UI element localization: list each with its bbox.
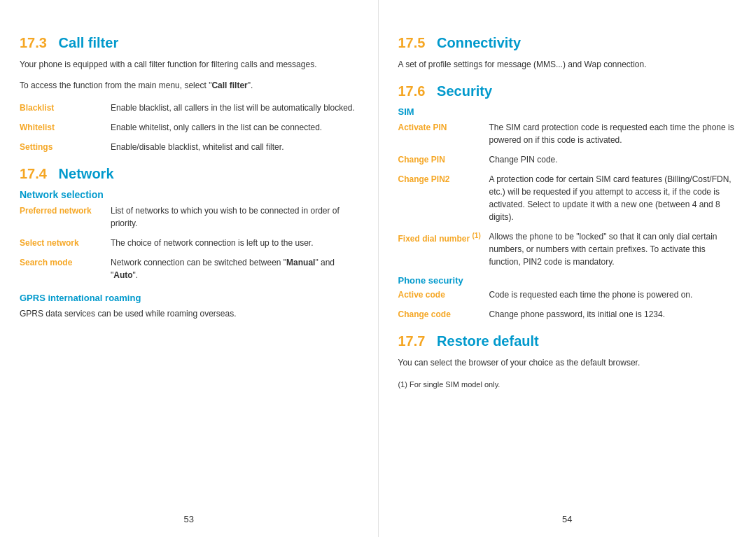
term-preferred-network-def: List of networks to which you wish to be… bbox=[111, 204, 358, 230]
section-17-5-number: 17.5 bbox=[398, 35, 426, 50]
term-settings-label: Settings bbox=[20, 141, 111, 153]
term-activate-pin-def: The SIM card protection code is requeste… bbox=[489, 121, 737, 146]
term-active-code-def: Code is requested each time the phone is… bbox=[489, 288, 737, 301]
term-change-code-label: Change code bbox=[398, 308, 489, 321]
section-17-3-number: 17.3 bbox=[20, 35, 47, 50]
term-active-code-label: Active code bbox=[398, 288, 489, 301]
section-17-4: 17.4 Network Network selection Preferred… bbox=[20, 166, 358, 320]
section-17-3-callout: To access the function from the main men… bbox=[20, 79, 358, 92]
term-select-network-label: Select network bbox=[20, 237, 111, 249]
page: 17.3 Call filter Your phone is equipped … bbox=[0, 0, 756, 537]
term-change-pin-def: Change PIN code. bbox=[489, 153, 737, 166]
section-17-4-label: Network bbox=[59, 166, 114, 181]
term-change-pin2-label: Change PIN2 bbox=[398, 173, 489, 223]
term-select-network-def: The choice of network connection is left… bbox=[111, 237, 358, 249]
section-17-7-label: Restore default bbox=[437, 333, 539, 349]
gprs-desc: GPRS data services can be used while roa… bbox=[20, 307, 358, 320]
page-number-right: 54 bbox=[562, 514, 572, 524]
term-whitelist-label: Whitelist bbox=[20, 121, 111, 134]
term-blacklist: Blacklist Enable blacklist, all callers … bbox=[20, 102, 358, 114]
section-17-6-number: 17.6 bbox=[398, 83, 426, 99]
section-17-7: 17.7 Restore default You can select the … bbox=[398, 333, 737, 369]
term-search-mode-def: Network connection can be switched betwe… bbox=[111, 256, 358, 281]
term-change-pin2-def: A protection code for certain SIM card f… bbox=[489, 173, 737, 223]
gprs-heading: GPRS international roaming bbox=[20, 293, 358, 303]
section-17-3: 17.3 Call filter Your phone is equipped … bbox=[20, 35, 358, 153]
fixed-dial-footnote-marker: (1) bbox=[472, 232, 481, 239]
sim-label: SIM bbox=[398, 106, 737, 117]
term-fixed-dial: Fixed dial number (1) Allows the phone t… bbox=[398, 230, 737, 268]
term-activate-pin: Activate PIN The SIM card protection cod… bbox=[398, 121, 737, 146]
section-17-6: 17.6 Security SIM Activate PIN The SIM c… bbox=[398, 83, 737, 321]
section-17-7-title: 17.7 Restore default bbox=[398, 333, 737, 349]
term-fixed-dial-def: Allows the phone to be "locked" so that … bbox=[489, 230, 737, 268]
term-change-code-def: Change phone password, its initial one i… bbox=[489, 308, 737, 321]
term-search-mode: Search mode Network connection can be sw… bbox=[20, 256, 358, 281]
term-preferred-network-label: Preferred network bbox=[20, 204, 111, 230]
section-17-6-label: Security bbox=[437, 83, 492, 99]
section-17-4-title: 17.4 Network bbox=[20, 166, 358, 182]
term-fixed-dial-label: Fixed dial number (1) bbox=[398, 230, 489, 268]
section-17-4-number: 17.4 bbox=[20, 166, 47, 181]
section-17-5: 17.5 Connectivity A set of profile setti… bbox=[398, 35, 737, 71]
term-whitelist: Whitelist Enable whitelist, only callers… bbox=[20, 121, 358, 134]
term-active-code: Active code Code is requested each time … bbox=[398, 288, 737, 301]
term-settings: Settings Enable/disable blacklist, white… bbox=[20, 141, 358, 153]
term-change-pin-label: Change PIN bbox=[398, 153, 489, 166]
term-select-network: Select network The choice of network con… bbox=[20, 237, 358, 249]
section-17-5-label: Connectivity bbox=[437, 35, 521, 50]
section-17-6-title: 17.6 Security bbox=[398, 83, 737, 99]
term-whitelist-def: Enable whitelist, only callers in the li… bbox=[111, 121, 358, 134]
section-17-7-desc: You can select the browser of your choic… bbox=[398, 356, 737, 369]
term-settings-def: Enable/disable blacklist, whitelist and … bbox=[111, 141, 358, 153]
term-activate-pin-label: Activate PIN bbox=[398, 121, 489, 146]
section-17-3-label: Call filter bbox=[59, 35, 119, 50]
section-17-7-number: 17.7 bbox=[398, 333, 426, 349]
term-blacklist-label: Blacklist bbox=[20, 102, 111, 114]
section-17-5-desc: A set of profile settings for message (M… bbox=[398, 58, 737, 71]
section-17-3-desc1: Your phone is equipped with a call filte… bbox=[20, 58, 358, 71]
page-number-left: 53 bbox=[184, 514, 194, 524]
section-17-5-title: 17.5 Connectivity bbox=[398, 35, 737, 51]
footnote-text: (1) For single SIM model only. bbox=[398, 380, 500, 389]
right-column: 17.5 Connectivity A set of profile setti… bbox=[379, 0, 757, 537]
section-17-3-title: 17.3 Call filter bbox=[20, 35, 358, 51]
term-change-pin: Change PIN Change PIN code. bbox=[398, 153, 737, 166]
term-blacklist-def: Enable blacklist, all callers in the lis… bbox=[111, 102, 358, 114]
term-change-code: Change code Change phone password, its i… bbox=[398, 308, 737, 321]
network-selection-title: Network selection bbox=[20, 189, 358, 200]
footnote: (1) For single SIM model only. bbox=[398, 380, 737, 389]
term-search-mode-label: Search mode bbox=[20, 256, 111, 281]
left-column: 17.3 Call filter Your phone is equipped … bbox=[0, 0, 379, 537]
term-preferred-network: Preferred network List of networks to wh… bbox=[20, 204, 358, 230]
term-change-pin2: Change PIN2 A protection code for certai… bbox=[398, 173, 737, 223]
phone-security-label: Phone security bbox=[398, 275, 737, 286]
